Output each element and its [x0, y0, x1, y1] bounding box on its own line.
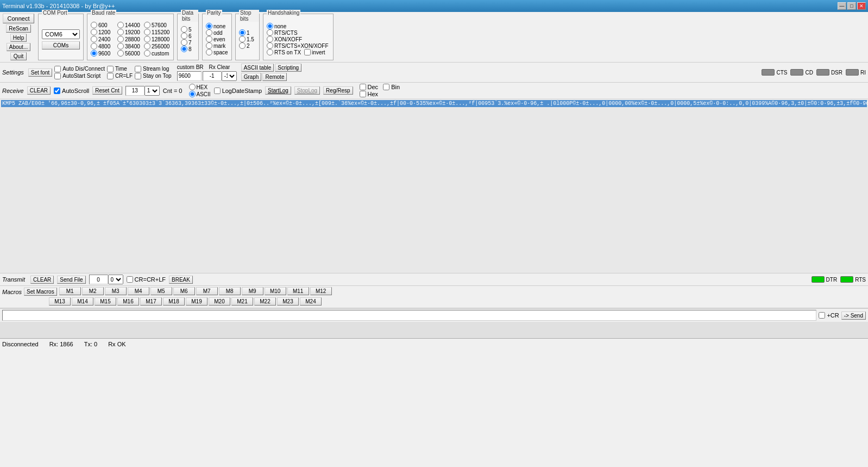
receive-spin-select[interactable]: 13 — [144, 86, 160, 96]
receive-spin-input[interactable] — [125, 86, 144, 96]
baud-14400[interactable]: 14400 — [117, 22, 143, 28]
data-bits-8[interactable]: 8 — [181, 46, 195, 52]
set-font-button[interactable]: Set font — [28, 69, 52, 77]
macro-m22[interactable]: M22 — [254, 297, 276, 306]
bin-checkbox[interactable] — [383, 84, 389, 90]
reset-cnt-button[interactable]: Reset Cnt — [92, 86, 122, 95]
parity-even[interactable]: even — [206, 36, 228, 42]
macro-m9[interactable]: M9 — [242, 287, 263, 295]
macro-m18[interactable]: M18 — [163, 297, 185, 306]
macro-m17[interactable]: M17 — [140, 297, 162, 306]
set-macros-button[interactable]: Set Macros — [24, 288, 57, 296]
coms-button[interactable]: COMs — [42, 41, 80, 49]
remote-button[interactable]: Remote — [262, 73, 287, 81]
com-port-select[interactable]: COM6 COM1 COM2 COM3 COM4 COM5 COM7 COM8 — [42, 29, 80, 39]
ascii-radio-item[interactable]: ASCII — [189, 91, 211, 97]
reg-resp-button[interactable]: Reg/Resp — [323, 86, 353, 95]
baud-256000[interactable]: 256000 — [144, 43, 170, 49]
macro-m23[interactable]: M23 — [277, 297, 299, 306]
time-checkbox[interactable] — [107, 66, 114, 72]
macro-m19[interactable]: M19 — [186, 297, 207, 306]
macro-m24[interactable]: M24 — [300, 297, 322, 306]
hex-disp-checkbox[interactable] — [360, 91, 366, 97]
baud-128000[interactable]: 128000 — [144, 36, 170, 42]
handshaking-both[interactable]: RTS/CTS+XON/XOFF — [267, 42, 330, 49]
data-bits-6[interactable]: 6 — [181, 33, 195, 39]
graph-button[interactable]: Graph — [241, 73, 262, 81]
data-bits-5[interactable]: 5 — [181, 26, 195, 33]
close-button[interactable]: ✕ — [857, 2, 866, 10]
about-button[interactable]: About... — [7, 43, 30, 51]
send-button[interactable]: -> Send — [841, 312, 866, 320]
auto-start-checkbox[interactable] — [54, 73, 61, 79]
baud-9600[interactable]: 9600 — [91, 50, 117, 57]
stay-on-top-checkbox[interactable] — [135, 73, 141, 79]
macro-m8[interactable]: M8 — [219, 287, 241, 295]
baud-4800[interactable]: 4800 — [91, 43, 117, 49]
minimize-button[interactable]: — — [838, 2, 846, 10]
transmit-spin-input[interactable] — [89, 275, 108, 284]
spin-select[interactable]: -101 — [222, 71, 237, 81]
stop-bits-1[interactable]: 1 — [239, 29, 256, 36]
stop-bits-2[interactable]: 2 — [239, 42, 256, 49]
help-button[interactable]: Help — [10, 34, 27, 42]
handshaking-xon[interactable]: XON/XOFF — [267, 36, 330, 42]
dec-checkbox[interactable] — [360, 84, 366, 90]
macro-m20[interactable]: M20 — [209, 297, 230, 306]
macro-m11[interactable]: M11 — [287, 287, 309, 295]
handshaking-none[interactable]: none — [267, 23, 330, 29]
rescan-button[interactable]: ReScan — [6, 24, 31, 33]
baud-600[interactable]: 600 — [91, 22, 117, 28]
receive-clear-button[interactable]: CLEAR — [27, 86, 51, 95]
data-bits-7[interactable]: 7 — [181, 39, 195, 46]
auto-dis-checkbox[interactable] — [54, 66, 61, 72]
break-button[interactable]: BREAK — [169, 276, 193, 284]
send-file-button[interactable]: Send File — [57, 276, 85, 284]
custom-br-input[interactable] — [177, 71, 202, 81]
baud-custom[interactable]: custom — [144, 50, 170, 57]
macro-m16[interactable]: M16 — [117, 297, 139, 306]
start-log-button[interactable]: StartLog — [265, 86, 291, 95]
parity-none[interactable]: none — [206, 23, 228, 29]
macro-m13[interactable]: M13 — [49, 297, 71, 306]
stop-bits-15[interactable]: 1.5 — [239, 36, 256, 42]
baud-1200[interactable]: 1200 — [91, 29, 117, 35]
spin-input[interactable] — [203, 71, 222, 81]
quit-button[interactable]: Quit — [10, 52, 27, 60]
macro-m3[interactable]: M3 — [105, 287, 127, 295]
invert-checkbox[interactable] — [304, 49, 311, 55]
ascii-table-button[interactable]: ASCII table — [241, 64, 274, 72]
macro-m6[interactable]: M6 — [173, 287, 195, 295]
macro-m21[interactable]: M21 — [231, 297, 253, 306]
handshaking-rtsTx[interactable]: RTS on TX invert — [267, 49, 330, 55]
macro-m5[interactable]: M5 — [150, 287, 172, 295]
parity-space[interactable]: space — [206, 49, 228, 55]
stop-log-button[interactable]: StopLog — [294, 86, 320, 95]
main-input[interactable] — [2, 310, 816, 321]
macro-m7[interactable]: M7 — [196, 287, 218, 295]
log-date-checkbox[interactable] — [214, 88, 221, 94]
transmit-clear-button[interactable]: CLEAR — [30, 276, 54, 284]
parity-odd[interactable]: odd — [206, 29, 228, 36]
baud-19200[interactable]: 19200 — [117, 29, 143, 35]
baud-28800[interactable]: 28800 — [117, 36, 143, 42]
baud-38400[interactable]: 38400 — [117, 43, 143, 49]
receive-display[interactable]: KMP5 ZAB/E00± '66,96±30·0,96,± ±f05A`±*6… — [0, 99, 868, 273]
macro-m10[interactable]: M10 — [265, 287, 286, 295]
cr-lf-checkbox[interactable] — [107, 73, 114, 79]
stream-log-checkbox[interactable] — [135, 66, 141, 72]
macro-m15[interactable]: M15 — [95, 297, 116, 306]
transmit-spin-select[interactable]: 0 — [108, 275, 123, 284]
parity-mark[interactable]: mark — [206, 42, 228, 49]
hex-radio-item[interactable]: HEX — [189, 84, 211, 90]
baud-115200[interactable]: 115200 — [144, 29, 170, 35]
macro-m2[interactable]: M2 — [82, 287, 104, 295]
macro-m4[interactable]: M4 — [128, 287, 149, 295]
cr-checkbox[interactable] — [819, 312, 825, 319]
macro-m1[interactable]: M1 — [59, 287, 81, 295]
macro-m14[interactable]: M14 — [72, 297, 93, 306]
autoscroll-checkbox[interactable] — [54, 88, 60, 94]
handshaking-rtscts[interactable]: RTS/CTS — [267, 29, 330, 36]
cr-cr-lf-checkbox[interactable] — [127, 276, 133, 283]
maximize-button[interactable]: □ — [847, 2, 856, 10]
